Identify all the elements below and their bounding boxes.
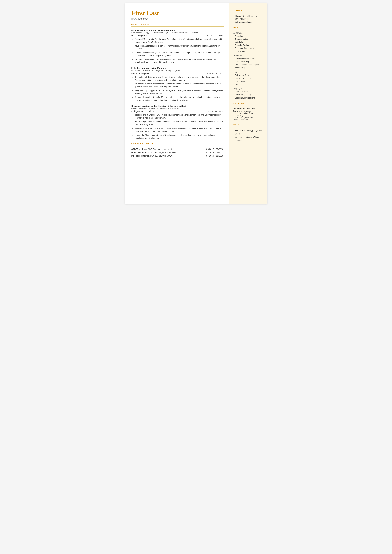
prev-exp-row-3: Pipefitter (Internship), ABC, New York, … bbox=[131, 154, 224, 157]
skill-item: Troubleshooting bbox=[233, 38, 264, 41]
edu-degree: Bachelor of Technology bbox=[233, 110, 264, 112]
job-dates-2: 10/2019 – 07/2021 bbox=[207, 72, 223, 75]
company-name-line-1: Resume Worded, London, United Kingdom bbox=[131, 29, 224, 31]
company-desc-1: Education technology startup with 50+ em… bbox=[131, 31, 224, 34]
list-item: Collaborated with 29 engineers on the te… bbox=[132, 83, 224, 88]
list-item: Prepared 17 detailed office drawings for… bbox=[132, 38, 224, 44]
bullet-list-2: Conducted reliability testing on 32 prot… bbox=[131, 76, 224, 102]
prev-exp-left-2: HVAC Mechanic, XYZ Company, New York, US… bbox=[131, 151, 206, 154]
company-location-1: London, United Kingdom bbox=[149, 29, 175, 31]
bullet-list-3: Repaired and maintained walk-in coolers,… bbox=[131, 113, 224, 140]
tools-label: Tools: bbox=[233, 71, 264, 73]
company-location-2: London, United Kingdom bbox=[141, 67, 166, 69]
candidate-title: HVAC Engineer bbox=[131, 17, 224, 20]
hard-skills-label: Hard Skills: bbox=[233, 32, 264, 34]
prev-exp-dates-3: 07/2014 – 12/2015 bbox=[206, 154, 223, 157]
list-item: Created innovative design changes that i… bbox=[132, 51, 224, 57]
job-title-1: HVAC Engineer bbox=[131, 34, 147, 37]
list-item: Assisted 32 other technicians during rep… bbox=[132, 127, 224, 133]
technique-item: Geometric Dimensioning and Tolerancing bbox=[233, 63, 264, 69]
language-item: Spanish (Conversational) bbox=[233, 97, 264, 99]
prev-title-rest-1: ABC Company, London, UK bbox=[147, 148, 173, 150]
techniques-label: Techniques: bbox=[233, 55, 264, 57]
company-name-line-2: Polyhire, London, United Kingdom bbox=[131, 67, 224, 69]
other-section: OTHER Association of Energy Engineers (A… bbox=[233, 124, 264, 142]
prev-exp-left-3: Pipefitter (Internship), ABC, New York, … bbox=[131, 154, 206, 157]
job-title-3: Refrigeration Technician bbox=[131, 110, 155, 112]
right-column: CONTACT Glasgow, United Kingdom +44 1234… bbox=[229, 3, 267, 204]
prev-exp-row-2: HVAC Mechanic, XYZ Company, New York, US… bbox=[131, 151, 224, 154]
language-item: Romanian (Native) bbox=[233, 93, 264, 96]
tools-list: Refrigerant Scale Nitrogen Regulator Psy… bbox=[233, 74, 264, 86]
company-name-1: Resume Worded, bbox=[131, 29, 149, 31]
company-block-2: Polyhire, London, United Kingdom NYSE-li… bbox=[131, 67, 224, 102]
tool-item: Refrigerant Scale bbox=[233, 74, 264, 77]
language-item: English (Native) bbox=[233, 90, 264, 93]
contact-list: Glasgow, United Kingdom +44 1234567890 f… bbox=[233, 15, 264, 24]
job-row-3: Refrigeration Technician 06/2018 – 09/20… bbox=[131, 110, 224, 112]
bullet-list-1: Prepared 17 detailed office drawings for… bbox=[131, 38, 224, 64]
left-column: First Last HVAC Engineer WORK EXPERIENCE… bbox=[125, 3, 229, 204]
contact-header: CONTACT bbox=[233, 9, 264, 12]
contact-item-phone: +44 1234567890 bbox=[233, 18, 264, 21]
languages-label: Languages: bbox=[233, 87, 264, 90]
technique-item: Piping & Brazing bbox=[233, 60, 264, 63]
list-item: Designed 17 prototypes for an electromag… bbox=[132, 89, 224, 95]
prev-title-rest-3: ABC, New York, USA bbox=[153, 154, 173, 157]
skill-item: Plumbing bbox=[233, 35, 264, 38]
job-title-2: Electrical Engineer bbox=[131, 72, 150, 75]
prev-exp-dates-2: 01/2016 – 05/2017 bbox=[206, 151, 223, 154]
contact-section: CONTACT Glasgow, United Kingdom +44 1234… bbox=[233, 9, 264, 24]
skills-section: SKILLS Hard Skills: Plumbing Troubleshoo… bbox=[233, 27, 264, 99]
hard-skills-list: Plumbing Troubleshooting Installation Bl… bbox=[233, 35, 264, 53]
education-header: EDUCATION bbox=[233, 102, 264, 105]
job-row-1: HVAC Engineer 08/2021 – Present bbox=[131, 34, 224, 37]
prev-title-bold-3: Pipefitter (Internship), bbox=[131, 154, 153, 157]
previous-experience-table: CAD Technician, ABC Company, London, UK … bbox=[131, 148, 224, 157]
technique-item: Preventive Maintenance bbox=[233, 57, 264, 60]
edu-school: University of New York bbox=[233, 108, 264, 110]
work-experience-header: WORK EXPERIENCE bbox=[131, 24, 224, 27]
languages-list: English (Native) Romanian (Native) Spani… bbox=[233, 90, 264, 99]
resume-page: First Last HVAC Engineer WORK EXPERIENCE… bbox=[125, 3, 267, 204]
edu-dates: 10/2011 - 06/2014 bbox=[233, 119, 264, 121]
job-row-2: Electrical Engineer 10/2019 – 07/2021 bbox=[131, 72, 224, 75]
list-item: Created electrical systems for 29 new pr… bbox=[132, 96, 224, 102]
skill-item: Installation bbox=[233, 41, 264, 44]
prev-title-rest-2: XYZ Company, New York, USA bbox=[147, 151, 176, 154]
company-name-2: Polyhire, bbox=[131, 67, 140, 69]
list-item: Performed preventative maintenance on 22… bbox=[132, 120, 224, 126]
company-name-line-3: Growthsi, London, United Kingdom & Barce… bbox=[131, 105, 224, 107]
company-block-1: Resume Worded, London, United Kingdom Ed… bbox=[131, 29, 224, 64]
edu-field: Heating Ventilation & Air Conditioning bbox=[233, 112, 264, 117]
other-header: OTHER bbox=[233, 124, 264, 126]
list-item: Repaired and maintained walk-in coolers,… bbox=[132, 113, 224, 119]
education-section: EDUCATION University of New York Bachelo… bbox=[233, 102, 264, 121]
candidate-name: First Last bbox=[131, 9, 224, 17]
prev-exp-left-1: CAD Technician, ABC Company, London, UK bbox=[131, 148, 206, 150]
company-location-3: London, United Kingdom & Barcelona, Spai… bbox=[142, 105, 187, 107]
prev-exp-dates-1: 06/2017 – 05/2018 bbox=[206, 148, 223, 150]
skills-header: SKILLS bbox=[233, 27, 264, 29]
skill-item: Assembly Sequencing bbox=[233, 47, 264, 50]
prev-exp-row-1: CAD Technician, ABC Company, London, UK … bbox=[131, 148, 224, 150]
list-item: Developed and introduced a new tool that… bbox=[132, 44, 224, 50]
contact-item-location: Glasgow, United Kingdom bbox=[233, 15, 264, 18]
education-block: University of New York Bachelor of Techn… bbox=[233, 108, 264, 121]
company-desc-2: NYSE-listed recruitment and employer bra… bbox=[131, 69, 224, 71]
contact-item-email: first.last@gmail.com bbox=[233, 21, 264, 24]
other-item-1: Association of Energy Engineers (AEE). bbox=[233, 129, 264, 135]
tool-item: Awl bbox=[233, 83, 264, 86]
techniques-list: Preventive Maintenance Piping & Brazing … bbox=[233, 57, 264, 70]
company-block-3: Growthsi, London, United Kingdom & Barce… bbox=[131, 105, 224, 140]
list-item: Reduced the operating costs associated w… bbox=[132, 58, 224, 64]
edu-location: New York City, New York bbox=[233, 117, 264, 119]
prev-title-bold-2: HVAC Mechanic, bbox=[131, 151, 147, 154]
skill-item: Leak Testing bbox=[233, 50, 264, 53]
job-dates-1: 08/2021 – Present bbox=[207, 35, 223, 37]
other-item-2: Member – Engineers Without Borders. bbox=[233, 136, 264, 142]
skill-item: Blueprint Design bbox=[233, 44, 264, 47]
tool-item: Psychrometer bbox=[233, 80, 264, 83]
prev-title-bold-1: CAD Technician, bbox=[131, 148, 147, 150]
company-desc-3: Career training and membership SaaS with… bbox=[131, 107, 224, 109]
